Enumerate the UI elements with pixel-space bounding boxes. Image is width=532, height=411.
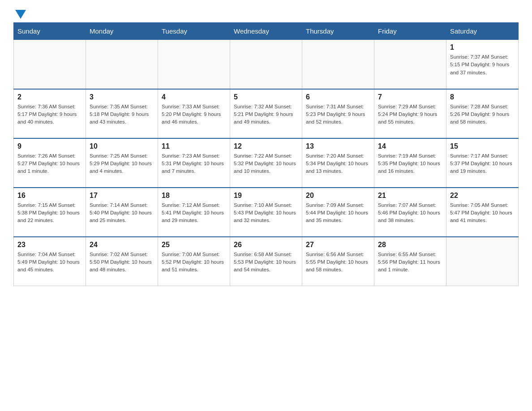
weekday-header-monday: Monday (86, 23, 158, 40)
weekday-header-tuesday: Tuesday (158, 23, 230, 40)
calendar-cell: 23Sunrise: 7:04 AM Sunset: 5:49 PM Dayli… (14, 237, 86, 286)
day-info: Sunrise: 7:28 AM Sunset: 5:26 PM Dayligh… (450, 103, 515, 126)
calendar-cell: 2Sunrise: 7:36 AM Sunset: 5:17 PM Daylig… (14, 89, 86, 138)
day-info: Sunrise: 7:29 AM Sunset: 5:24 PM Dayligh… (378, 103, 442, 126)
calendar-week-4: 23Sunrise: 7:04 AM Sunset: 5:49 PM Dayli… (14, 237, 519, 286)
calendar-cell: 16Sunrise: 7:15 AM Sunset: 5:38 PM Dayli… (14, 188, 86, 237)
calendar-cell: 14Sunrise: 7:19 AM Sunset: 5:35 PM Dayli… (374, 138, 446, 188)
day-number: 20 (306, 192, 370, 200)
calendar-cell: 13Sunrise: 7:20 AM Sunset: 5:34 PM Dayli… (302, 138, 374, 188)
calendar-week-0: 1Sunrise: 7:37 AM Sunset: 5:15 PM Daylig… (14, 40, 519, 89)
day-number: 2 (17, 93, 82, 101)
day-number: 18 (162, 192, 226, 200)
day-number: 14 (378, 142, 442, 150)
day-info: Sunrise: 7:33 AM Sunset: 5:20 PM Dayligh… (162, 103, 226, 126)
calendar-table: SundayMondayTuesdayWednesdayThursdayFrid… (13, 22, 519, 286)
day-number: 11 (162, 142, 226, 150)
day-info: Sunrise: 7:15 AM Sunset: 5:38 PM Dayligh… (17, 201, 82, 225)
day-number: 27 (306, 241, 370, 249)
day-info: Sunrise: 6:58 AM Sunset: 5:53 PM Dayligh… (234, 251, 298, 274)
day-number: 4 (162, 93, 226, 101)
day-number: 17 (90, 192, 154, 200)
calendar-week-2: 9Sunrise: 7:26 AM Sunset: 5:27 PM Daylig… (14, 138, 519, 188)
calendar-cell: 17Sunrise: 7:14 AM Sunset: 5:40 PM Dayli… (86, 188, 158, 237)
calendar-cell (158, 40, 230, 89)
day-info: Sunrise: 6:55 AM Sunset: 5:56 PM Dayligh… (378, 251, 442, 274)
calendar-week-1: 2Sunrise: 7:36 AM Sunset: 5:17 PM Daylig… (14, 89, 519, 138)
calendar-cell (230, 40, 302, 89)
logo (13, 9, 26, 18)
day-info: Sunrise: 7:04 AM Sunset: 5:49 PM Dayligh… (17, 251, 82, 274)
day-info: Sunrise: 7:10 AM Sunset: 5:43 PM Dayligh… (234, 201, 298, 225)
weekday-header-friday: Friday (374, 23, 446, 40)
day-info: Sunrise: 7:00 AM Sunset: 5:52 PM Dayligh… (162, 251, 226, 274)
day-number: 15 (450, 142, 515, 150)
calendar-cell (374, 40, 446, 89)
day-number: 9 (17, 142, 82, 150)
day-info: Sunrise: 7:19 AM Sunset: 5:35 PM Dayligh… (378, 152, 442, 176)
day-number: 5 (234, 93, 298, 101)
logo-triangle-icon (15, 10, 26, 19)
day-number: 16 (17, 192, 82, 200)
day-number: 1 (450, 43, 515, 51)
day-info: Sunrise: 7:05 AM Sunset: 5:47 PM Dayligh… (450, 201, 515, 225)
calendar-cell: 27Sunrise: 6:56 AM Sunset: 5:55 PM Dayli… (302, 237, 374, 286)
calendar-cell: 1Sunrise: 7:37 AM Sunset: 5:15 PM Daylig… (446, 40, 519, 89)
calendar-cell: 6Sunrise: 7:31 AM Sunset: 5:23 PM Daylig… (302, 89, 374, 138)
day-info: Sunrise: 7:31 AM Sunset: 5:23 PM Dayligh… (306, 103, 370, 126)
calendar-cell: 3Sunrise: 7:35 AM Sunset: 5:18 PM Daylig… (86, 89, 158, 138)
day-number: 21 (378, 192, 442, 200)
day-number: 23 (17, 241, 82, 249)
calendar-cell: 22Sunrise: 7:05 AM Sunset: 5:47 PM Dayli… (446, 188, 519, 237)
calendar-cell: 11Sunrise: 7:23 AM Sunset: 5:31 PM Dayli… (158, 138, 230, 188)
day-info: Sunrise: 7:17 AM Sunset: 5:37 PM Dayligh… (450, 152, 515, 176)
calendar-cell: 8Sunrise: 7:28 AM Sunset: 5:26 PM Daylig… (446, 89, 519, 138)
calendar-cell: 21Sunrise: 7:07 AM Sunset: 5:46 PM Dayli… (374, 188, 446, 237)
day-number: 22 (450, 192, 515, 200)
day-number: 8 (450, 93, 515, 101)
calendar-cell: 26Sunrise: 6:58 AM Sunset: 5:53 PM Dayli… (230, 237, 302, 286)
calendar-cell: 10Sunrise: 7:25 AM Sunset: 5:29 PM Dayli… (86, 138, 158, 188)
calendar-cell: 25Sunrise: 7:00 AM Sunset: 5:52 PM Dayli… (158, 237, 230, 286)
day-number: 3 (90, 93, 154, 101)
day-number: 10 (90, 142, 154, 150)
day-info: Sunrise: 7:12 AM Sunset: 5:41 PM Dayligh… (162, 201, 226, 225)
day-info: Sunrise: 7:35 AM Sunset: 5:18 PM Dayligh… (90, 103, 154, 126)
calendar-cell: 9Sunrise: 7:26 AM Sunset: 5:27 PM Daylig… (14, 138, 86, 188)
day-number: 26 (234, 241, 298, 249)
day-info: Sunrise: 7:25 AM Sunset: 5:29 PM Dayligh… (90, 152, 154, 176)
calendar-cell: 20Sunrise: 7:09 AM Sunset: 5:44 PM Dayli… (302, 188, 374, 237)
day-info: Sunrise: 7:02 AM Sunset: 5:50 PM Dayligh… (90, 251, 154, 274)
logo-top (13, 9, 26, 19)
day-number: 7 (378, 93, 442, 101)
day-info: Sunrise: 7:20 AM Sunset: 5:34 PM Dayligh… (306, 152, 370, 176)
calendar-cell: 15Sunrise: 7:17 AM Sunset: 5:37 PM Dayli… (446, 138, 519, 188)
calendar-cell: 19Sunrise: 7:10 AM Sunset: 5:43 PM Dayli… (230, 188, 302, 237)
calendar-cell (86, 40, 158, 89)
weekday-header-sunday: Sunday (14, 23, 86, 40)
calendar-header-row: SundayMondayTuesdayWednesdayThursdayFrid… (14, 23, 519, 40)
day-info: Sunrise: 7:37 AM Sunset: 5:15 PM Dayligh… (450, 53, 515, 77)
day-info: Sunrise: 7:09 AM Sunset: 5:44 PM Dayligh… (306, 201, 370, 225)
day-number: 25 (162, 241, 226, 249)
day-info: Sunrise: 7:36 AM Sunset: 5:17 PM Dayligh… (17, 103, 82, 126)
calendar-cell (446, 237, 519, 286)
day-number: 28 (378, 241, 442, 249)
day-info: Sunrise: 7:14 AM Sunset: 5:40 PM Dayligh… (90, 201, 154, 225)
calendar-cell: 24Sunrise: 7:02 AM Sunset: 5:50 PM Dayli… (86, 237, 158, 286)
day-info: Sunrise: 6:56 AM Sunset: 5:55 PM Dayligh… (306, 251, 370, 274)
weekday-header-saturday: Saturday (446, 23, 519, 40)
page-header (13, 9, 519, 18)
calendar-cell: 18Sunrise: 7:12 AM Sunset: 5:41 PM Dayli… (158, 188, 230, 237)
day-number: 6 (306, 93, 370, 101)
calendar-cell: 12Sunrise: 7:22 AM Sunset: 5:32 PM Dayli… (230, 138, 302, 188)
day-info: Sunrise: 7:26 AM Sunset: 5:27 PM Dayligh… (17, 152, 82, 176)
calendar-cell (302, 40, 374, 89)
day-info: Sunrise: 7:22 AM Sunset: 5:32 PM Dayligh… (234, 152, 298, 176)
calendar-cell: 28Sunrise: 6:55 AM Sunset: 5:56 PM Dayli… (374, 237, 446, 286)
day-number: 19 (234, 192, 298, 200)
day-number: 12 (234, 142, 298, 150)
calendar-cell: 5Sunrise: 7:32 AM Sunset: 5:21 PM Daylig… (230, 89, 302, 138)
day-number: 13 (306, 142, 370, 150)
calendar-cell (14, 40, 86, 89)
